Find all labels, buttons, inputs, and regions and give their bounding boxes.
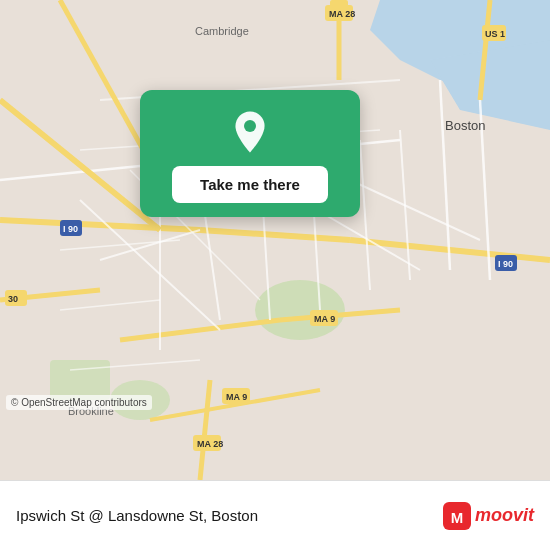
svg-text:MA 9: MA 9 — [226, 392, 247, 402]
bottom-bar: Ipswich St @ Lansdowne St, Boston M moov… — [0, 480, 550, 550]
location-pin-icon — [226, 108, 274, 156]
svg-text:30: 30 — [8, 294, 18, 304]
svg-text:MA 28: MA 28 — [329, 9, 355, 19]
action-card: Take me there — [140, 90, 360, 217]
svg-point-58 — [244, 120, 256, 132]
svg-text:M: M — [451, 509, 464, 526]
svg-text:Boston: Boston — [445, 118, 485, 133]
svg-text:MA 9: MA 9 — [314, 314, 335, 324]
moovit-logo: M moovit — [443, 502, 534, 530]
svg-text:MA 28: MA 28 — [197, 439, 223, 449]
location-label: Ipswich St @ Lansdowne St, Boston — [16, 507, 258, 524]
moovit-brand-name: moovit — [475, 505, 534, 526]
moovit-app-icon: M — [443, 502, 471, 530]
map-container: Cambridge Boston Brookline MA 28 US 1 I … — [0, 0, 550, 480]
svg-text:US 1: US 1 — [485, 29, 505, 39]
take-me-there-button[interactable]: Take me there — [172, 166, 328, 203]
copyright-attribution: © OpenStreetMap contributors — [6, 395, 152, 410]
svg-text:Cambridge: Cambridge — [195, 25, 249, 37]
svg-text:I 90: I 90 — [498, 259, 513, 269]
svg-text:I 90: I 90 — [63, 224, 78, 234]
svg-rect-4 — [50, 360, 110, 400]
